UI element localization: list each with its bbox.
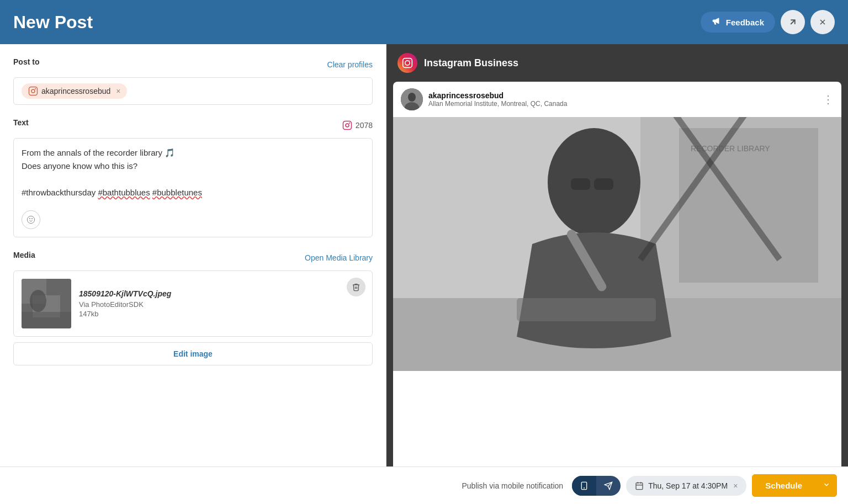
header-actions: Feedback: [701, 10, 835, 34]
schedule-button[interactable]: Schedule: [752, 474, 815, 497]
left-panel: Post to Clear profiles akaprincessrosebu…: [0, 44, 386, 504]
svg-text:RECORDER LIBRARY: RECORDER LIBRARY: [691, 144, 770, 153]
feedback-button[interactable]: Feedback: [701, 12, 775, 33]
chevron-down-icon: [823, 481, 830, 489]
arrow-button[interactable]: [781, 10, 805, 34]
media-thumb-svg: [22, 279, 71, 328]
svg-rect-33: [517, 298, 656, 321]
preview-photo-svg: RECORDER LIBRARY: [393, 117, 841, 371]
svg-rect-28: [594, 178, 613, 190]
svg-point-7: [349, 123, 350, 124]
schedule-date-button[interactable]: Thu, Sep 17 at 4:30PM ×: [626, 476, 746, 496]
schedule-btn-group: Schedule: [752, 474, 837, 497]
profile-selector[interactable]: akaprincessrosebud ×: [13, 77, 373, 105]
svg-point-18: [410, 60, 410, 61]
media-filename: 18509120-KjlWTVcQ.jpeg: [79, 289, 364, 298]
svg-rect-2: [29, 87, 38, 96]
calendar-icon: [635, 481, 644, 490]
text-label: Text: [13, 118, 29, 127]
svg-rect-39: [636, 482, 643, 489]
publish-label: Publish via mobile notification: [462, 481, 563, 490]
post-to-header: Post to Clear profiles: [13, 57, 373, 72]
svg-rect-5: [343, 121, 351, 130]
arrow-down-right-icon: [788, 17, 798, 27]
text-hashtags: #throwbackthursday #bathtubblues #bubble…: [22, 186, 364, 199]
media-info: 18509120-KjlWTVcQ.jpeg Via PhotoEditorSD…: [79, 289, 364, 318]
media-source: Via PhotoEditorSDK: [79, 300, 364, 309]
open-media-library-link[interactable]: Open Media Library: [305, 253, 373, 262]
preview-more-icon[interactable]: ⋮: [823, 93, 834, 106]
preview-header: Instagram Business: [386, 44, 848, 82]
bottom-bar: Publish via mobile notification Thu, Sep…: [0, 466, 848, 504]
media-thumbnail: [22, 279, 71, 328]
instagram-icon: [28, 86, 38, 96]
text-area-wrapper[interactable]: From the annals of the recorder library …: [13, 138, 373, 237]
preview-content: akaprincessrosebud Allan Memorial Instit…: [393, 82, 841, 504]
text-header: Text 2078: [13, 118, 373, 132]
right-panel: Instagram Business akaprincessrosebud Al…: [386, 44, 848, 504]
text-content: From the annals of the recorder library …: [22, 146, 364, 205]
char-count-value: 2078: [356, 121, 373, 130]
emoji-icon: [26, 215, 35, 224]
media-header: Media Open Media Library: [13, 251, 373, 265]
text-line-3: [22, 173, 364, 186]
send-icon: [604, 481, 613, 490]
preview-username: akaprincessrosebud: [428, 91, 567, 100]
post-to-label: Post to: [13, 57, 39, 66]
edit-image-button[interactable]: Edit image: [13, 342, 373, 365]
svg-point-3: [31, 89, 35, 93]
instagram-char-icon: [342, 120, 352, 130]
svg-point-17: [405, 61, 410, 65]
send-notification-button[interactable]: [596, 476, 621, 496]
instagram-preview-icon: [402, 57, 413, 68]
svg-rect-15: [22, 312, 71, 328]
main-container: Post to Clear profiles akaprincessrosebu…: [0, 44, 848, 504]
mobile-icon-group: [572, 476, 621, 496]
emoji-button[interactable]: [22, 210, 40, 229]
preview-location: Allan Memorial Institute, Montreal, QC, …: [428, 100, 567, 108]
megaphone-icon: [712, 17, 722, 27]
text-line-2: Does anyone know who this is?: [22, 160, 364, 173]
avatar-image: [401, 88, 423, 110]
schedule-date-value: Thu, Sep 17 at 4:30PM: [648, 481, 728, 490]
svg-point-6: [346, 124, 349, 127]
close-icon: [818, 18, 827, 26]
instagram-platform-icon: [398, 53, 417, 73]
preview-avatar-info: akaprincessrosebud Allan Memorial Instit…: [401, 88, 567, 110]
media-delete-button[interactable]: [347, 278, 365, 296]
media-item: 18509120-KjlWTVcQ.jpeg Via PhotoEditorSD…: [13, 270, 373, 337]
svg-point-20: [408, 93, 416, 102]
clear-profiles-link[interactable]: Clear profiles: [327, 60, 373, 69]
mobile-icon: [580, 481, 589, 490]
svg-point-4: [35, 89, 36, 89]
media-section: Media Open Media Library 18509120-KjlWTV…: [13, 251, 373, 365]
svg-rect-16: [403, 59, 412, 68]
preview-image: RECORDER LIBRARY: [393, 117, 841, 371]
hashtag-bathtub: #bathtubblues: [98, 188, 150, 197]
schedule-chevron-button[interactable]: [816, 474, 837, 497]
preview-post-header: akaprincessrosebud Allan Memorial Instit…: [393, 82, 841, 117]
char-count: 2078: [342, 120, 373, 130]
page-title: New Post: [13, 12, 93, 33]
close-button[interactable]: [810, 10, 835, 34]
trash-icon: [352, 283, 361, 291]
schedule-date-clear[interactable]: ×: [733, 481, 738, 490]
media-size: 147kb: [79, 310, 364, 318]
svg-rect-27: [571, 178, 590, 190]
hashtag-bubble: #bubbletunes: [152, 188, 202, 197]
text-line-1: From the annals of the recorder library …: [22, 146, 364, 160]
mobile-device-button[interactable]: [572, 476, 596, 496]
preview-platform-name: Instagram Business: [424, 57, 518, 69]
header: New Post Feedback: [0, 0, 848, 44]
preview-avatar: [401, 88, 423, 110]
text-section: Text 2078 From the annals of the recorde…: [13, 118, 373, 237]
profile-tag: akaprincessrosebud ×: [22, 83, 127, 99]
profile-tag-name: akaprincessrosebud: [41, 87, 110, 96]
profile-tag-remove[interactable]: ×: [116, 87, 120, 96]
media-label: Media: [13, 251, 35, 259]
hashtag-throwback: #throwbackthursday: [22, 188, 96, 197]
svg-point-8: [27, 216, 34, 223]
svg-point-14: [30, 290, 46, 312]
preview-user-info: akaprincessrosebud Allan Memorial Instit…: [428, 91, 567, 108]
